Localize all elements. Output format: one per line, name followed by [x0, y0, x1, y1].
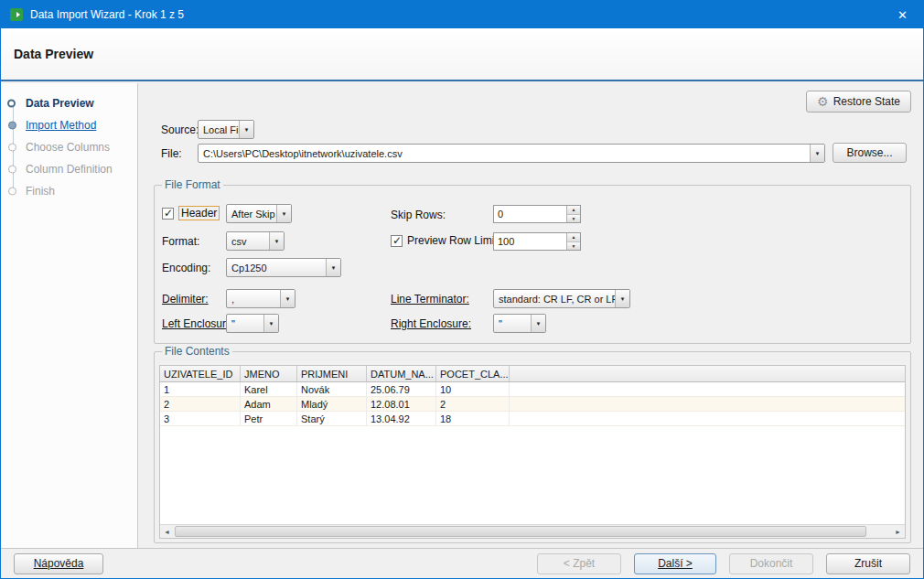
step-upcoming-bullet-icon [8, 144, 16, 152]
chevron-down-icon [269, 232, 284, 250]
table-header-row: UZIVATELE_ID JMENO PRIJMENI DATUM_NA... … [160, 366, 905, 382]
titlebar[interactable]: Data Import Wizard - Krok 1 z 5 [1, 1, 923, 28]
table-cell: 2 [436, 397, 510, 411]
scroll-right-icon[interactable] [891, 525, 905, 538]
header-checkbox[interactable] [162, 208, 174, 220]
step-upcoming-bullet-icon [8, 188, 16, 196]
preview-row-limit-label: Preview Row Limit: [407, 234, 500, 247]
chevron-down-icon [263, 315, 278, 332]
encoding-select[interactable]: Cp1250 [226, 258, 341, 277]
table-cell: 2 [160, 397, 241, 411]
main-content: Restore State Source: Local File File: C… [139, 83, 923, 548]
table-cell: 25.06.79 [367, 382, 436, 396]
scrollbar-thumb[interactable] [175, 526, 866, 537]
file-contents-group: File Contents UZIVATELE_ID JMENO PRIJMEN… [154, 351, 911, 543]
header-mode-value: After Skip [227, 205, 276, 222]
next-button[interactable]: Další > [634, 553, 716, 574]
spinner-up-icon[interactable] [567, 206, 580, 215]
page-title: Data Preview [14, 47, 93, 61]
source-select[interactable]: Local File [198, 120, 254, 139]
chevron-down-icon [280, 290, 295, 307]
header-checkbox-label[interactable]: Header [178, 206, 220, 220]
chevron-down-icon [810, 145, 824, 162]
header-mode-select[interactable]: After Skip [226, 204, 292, 223]
skip-rows-spinner[interactable]: 0 [493, 205, 581, 223]
right-enclosure-select[interactable]: " [493, 314, 546, 333]
preview-row-limit-spinner[interactable]: 100 [493, 232, 581, 251]
skip-rows-value: 0 [494, 206, 566, 222]
column-header-datum[interactable]: DATUM_NA... [367, 366, 436, 381]
spinner-down-icon[interactable] [567, 215, 580, 223]
step-finish: Finish [1, 180, 137, 202]
step-visited-bullet-icon [8, 122, 16, 130]
line-terminator-select[interactable]: standard: CR LF, CR or LF [493, 289, 630, 308]
footer-bar: Nápověda < Zpět Další > Dokončit Zrušit [1, 548, 923, 578]
delimiter-value: , [227, 290, 280, 307]
scroll-left-icon[interactable] [160, 525, 174, 538]
table-cell: Starý [297, 412, 367, 425]
help-label: Nápověda [34, 557, 84, 570]
step-import-method[interactable]: Import Method [1, 114, 137, 136]
browse-label: Browse... [846, 146, 892, 159]
restore-state-button[interactable]: Restore State [806, 91, 911, 113]
table-cell: 3 [160, 412, 241, 425]
left-enclosure-value: " [227, 315, 263, 332]
file-path-combobox[interactable]: C:\Users\PC\Desktop\itnetwork\uzivatele.… [198, 144, 825, 163]
preview-row-limit-checkbox[interactable] [391, 235, 403, 247]
preview-row-limit-checkbox-row: Preview Row Limit: [391, 234, 500, 247]
skip-rows-label: Skip Rows: [391, 209, 446, 221]
close-icon [897, 9, 908, 21]
delimiter-select[interactable]: , [226, 289, 295, 308]
table-cell: Adam [241, 397, 297, 411]
data-import-wizard-window: Data Import Wizard - Krok 1 z 5 Data Pre… [0, 0, 924, 579]
step-label: Finish [26, 185, 55, 198]
column-header-jmeno[interactable]: JMENO [241, 366, 297, 381]
format-label: Format: [162, 235, 199, 248]
step-label: Data Preview [26, 97, 94, 110]
spinner-down-icon[interactable] [567, 242, 580, 251]
file-contents-group-title: File Contents [162, 345, 232, 358]
column-header-pocet[interactable]: POCET_CLA... [436, 366, 510, 381]
preview-row-limit-value: 100 [494, 233, 566, 250]
step-choose-columns: Choose Columns [1, 136, 137, 158]
table-row[interactable]: 1 Karel Novák 25.06.79 10 [160, 382, 905, 397]
delimiter-label: Delimiter: [162, 293, 209, 306]
horizontal-scrollbar[interactable] [160, 524, 905, 538]
step-current-bullet-icon [7, 100, 16, 108]
file-format-group: File Format Header After Skip Skip Rows:… [154, 185, 911, 344]
left-enclosure-select[interactable]: " [226, 314, 279, 333]
finish-label: Dokončit [750, 557, 793, 570]
app-icon [9, 7, 24, 22]
table-cell: Novák [297, 382, 367, 396]
cancel-button[interactable]: Zrušit [826, 553, 910, 574]
step-upcoming-bullet-icon [8, 166, 16, 174]
header-checkbox-row: Header [162, 206, 220, 220]
source-value: Local File [199, 121, 239, 138]
back-label: < Zpět [564, 557, 595, 570]
table-row[interactable]: 2 Adam Mladý 12.08.01 2 [160, 397, 905, 412]
file-label: File: [161, 147, 182, 160]
line-terminator-label: Line Terminator: [391, 293, 469, 306]
format-select[interactable]: csv [226, 231, 285, 251]
table-cell: 13.04.92 [367, 412, 436, 425]
step-data-preview: Data Preview [1, 92, 137, 114]
encoding-value: Cp1250 [227, 259, 326, 276]
chevron-down-icon [531, 315, 545, 332]
step-label: Choose Columns [26, 141, 110, 154]
column-header-uzivatele-id[interactable]: UZIVATELE_ID [160, 366, 241, 381]
window-title: Data Import Wizard - Krok 1 z 5 [30, 8, 184, 21]
table-row[interactable]: 3 Petr Starý 13.04.92 18 [160, 412, 905, 426]
table-cell: Karel [241, 382, 297, 396]
browse-button[interactable]: Browse... [833, 143, 907, 163]
restore-state-label: Restore State [833, 95, 900, 108]
chevron-down-icon [239, 121, 253, 138]
column-header-prijmeni[interactable]: PRIJMENI [297, 366, 367, 381]
file-contents-table: UZIVATELE_ID JMENO PRIJMENI DATUM_NA... … [159, 365, 906, 539]
spinner-up-icon[interactable] [567, 233, 580, 242]
source-label: Source: [161, 123, 199, 136]
chevron-down-icon [326, 259, 340, 276]
close-button[interactable] [882, 1, 923, 28]
help-button[interactable]: Nápověda [14, 553, 103, 574]
spinner-buttons [566, 206, 580, 222]
left-enclosure-label: Left Enclosure: [162, 317, 235, 330]
